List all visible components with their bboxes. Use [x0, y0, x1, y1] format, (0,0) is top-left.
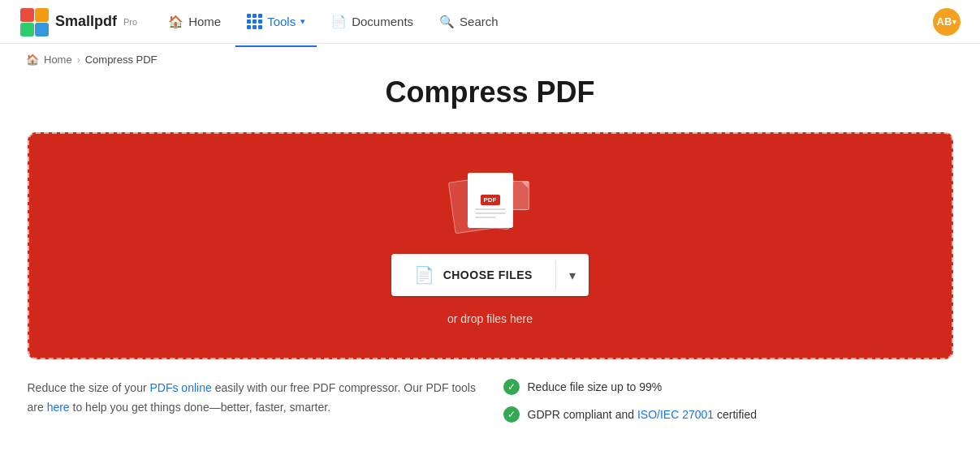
- pdf-small-page: [507, 181, 529, 210]
- search-icon: 🔍: [439, 15, 455, 29]
- breadcrumb-home-link[interactable]: Home: [44, 54, 72, 66]
- choose-files-button-group: 📄 CHOOSE FILES ▾: [391, 254, 589, 296]
- breadcrumb-separator: ›: [77, 54, 80, 66]
- bottom-description: Reduce the size of your PDFs online easi…: [28, 379, 477, 423]
- drop-zone[interactable]: PDF 📄 CHOOSE FILES ▾ or dr: [28, 132, 953, 359]
- nav-documents[interactable]: 📄 Documents: [320, 10, 425, 34]
- tools-dropdown-arrow: ▾: [300, 16, 305, 27]
- breadcrumb-current: Compress PDF: [85, 54, 158, 66]
- logo[interactable]: Smallpdf Pro: [19, 7, 137, 36]
- avatar-dropdown-arrow: ▾: [952, 18, 956, 26]
- svg-rect-2: [20, 23, 34, 36]
- nav-items: 🏠 Home Tools ▾ 📄 Documents 🔍 Search: [157, 9, 926, 34]
- page-title: Compress PDF: [26, 75, 954, 109]
- choose-files-button[interactable]: 📄 CHOOSE FILES: [391, 254, 555, 296]
- here-link[interactable]: here: [47, 401, 70, 414]
- pdf-small-fold: [522, 182, 529, 188]
- svg-rect-1: [35, 8, 49, 22]
- logo-pro: Pro: [123, 17, 137, 27]
- iso-link[interactable]: ISO/IEC 27001: [637, 408, 714, 421]
- pdf-badge: PDF: [481, 195, 500, 205]
- main-content: Compress PDF PDF 📄: [0, 75, 980, 449]
- avatar[interactable]: AB ▾: [933, 8, 961, 36]
- choose-files-dropdown-button[interactable]: ▾: [556, 254, 589, 296]
- breadcrumb: 🏠 Home › Compress PDF: [0, 44, 980, 75]
- grid-icon: [247, 14, 262, 29]
- nav-search[interactable]: 🔍 Search: [428, 10, 510, 34]
- bottom-features: ✓ Reduce file size up to 99% ✓ GDPR comp…: [503, 379, 953, 423]
- feature-item-2: ✓ GDPR compliant and ISO/IEC 27001 certi…: [503, 406, 953, 423]
- file-icon: 📄: [414, 265, 435, 285]
- check-icon-1: ✓: [503, 379, 520, 395]
- check-icon-2: ✓: [503, 406, 520, 423]
- pdf-line-2: [475, 213, 506, 214]
- breadcrumb-home-icon: 🏠: [26, 54, 39, 66]
- pdf-line-3: [475, 217, 497, 218]
- smallpdf-logo-icon: [19, 7, 49, 36]
- svg-rect-0: [20, 8, 34, 22]
- home-icon: 🏠: [168, 15, 183, 29]
- pdfs-online-link[interactable]: PDFs online: [149, 381, 211, 394]
- feature-label-1: Reduce file size up to 99%: [528, 380, 663, 393]
- pdf-illustration: PDF: [451, 173, 529, 238]
- chevron-down-icon: ▾: [569, 268, 576, 283]
- nav-home[interactable]: 🏠 Home: [157, 10, 232, 34]
- bottom-section: Reduce the size of your PDFs online easi…: [28, 359, 953, 423]
- nav-tools[interactable]: Tools ▾: [235, 9, 317, 34]
- feature-item-1: ✓ Reduce file size up to 99%: [503, 379, 953, 395]
- pdf-lines: [475, 208, 506, 221]
- logo-text: Smallpdf: [55, 13, 117, 30]
- drop-text: or drop files here: [447, 312, 533, 325]
- pdf-line-1: [475, 208, 506, 210]
- svg-rect-3: [35, 23, 49, 36]
- documents-icon: 📄: [331, 15, 347, 29]
- feature-label-2: GDPR compliant and ISO/IEC 27001 certifi…: [528, 408, 758, 421]
- navbar: Smallpdf Pro 🏠 Home Tools ▾ 📄 Documents …: [0, 0, 980, 44]
